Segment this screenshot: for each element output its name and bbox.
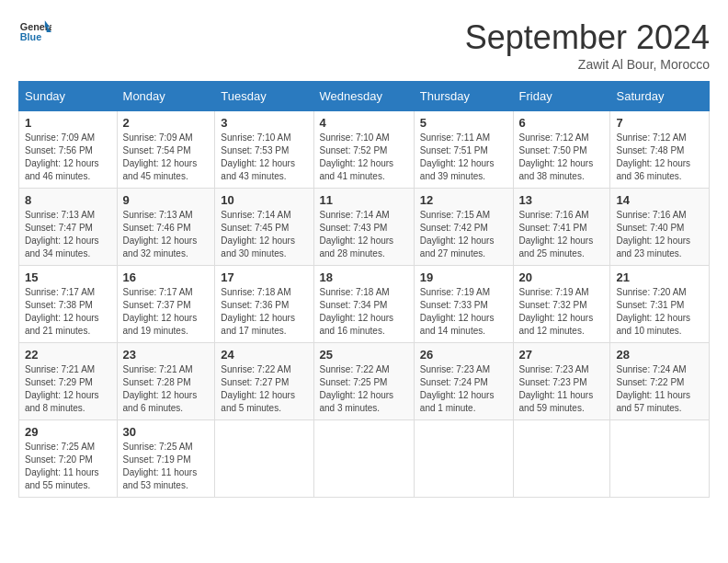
day-number: 14 — [616, 193, 703, 207]
day-number: 11 — [320, 193, 408, 207]
day-cell-6: 6 Sunrise: 7:12 AM Sunset: 7:50 PM Dayli… — [513, 111, 610, 189]
day-number: 18 — [320, 270, 408, 284]
day-cell-24: 24 Sunrise: 7:22 AM Sunset: 7:27 PM Dayl… — [215, 343, 313, 420]
day-number: 7 — [616, 116, 703, 130]
day-cell-26: 26 Sunrise: 7:23 AM Sunset: 7:24 PM Dayl… — [414, 343, 513, 420]
week-row-5: 29 Sunrise: 7:25 AM Sunset: 7:20 PM Dayl… — [19, 420, 710, 498]
day-cell-15: 15 Sunrise: 7:17 AM Sunset: 7:38 PM Dayl… — [19, 266, 118, 343]
day-info: Sunrise: 7:20 AM Sunset: 7:31 PM Dayligh… — [616, 286, 703, 338]
day-cell-14: 14 Sunrise: 7:16 AM Sunset: 7:40 PM Dayl… — [610, 189, 710, 266]
day-cell-10: 10 Sunrise: 7:14 AM Sunset: 7:45 PM Dayl… — [215, 189, 313, 266]
page-header: General Blue September 2024 Zawit Al Bou… — [18, 18, 710, 72]
day-info: Sunrise: 7:23 AM Sunset: 7:23 PM Dayligh… — [519, 363, 605, 415]
header-saturday: Saturday — [610, 82, 710, 111]
week-row-2: 8 Sunrise: 7:13 AM Sunset: 7:47 PM Dayli… — [19, 189, 710, 266]
week-row-3: 15 Sunrise: 7:17 AM Sunset: 7:38 PM Dayl… — [19, 266, 710, 343]
weekday-header-row: Sunday Monday Tuesday Wednesday Thursday… — [19, 82, 710, 111]
logo-icon: General Blue — [18, 18, 51, 44]
day-info: Sunrise: 7:13 AM Sunset: 7:46 PM Dayligh… — [123, 209, 210, 260]
week-row-4: 22 Sunrise: 7:21 AM Sunset: 7:29 PM Dayl… — [19, 343, 710, 420]
day-cell-7: 7 Sunrise: 7:12 AM Sunset: 7:48 PM Dayli… — [610, 111, 710, 189]
day-number: 28 — [616, 348, 703, 362]
day-number: 29 — [25, 425, 111, 439]
day-info: Sunrise: 7:10 AM Sunset: 7:52 PM Dayligh… — [320, 132, 408, 183]
day-cell-17: 17 Sunrise: 7:18 AM Sunset: 7:36 PM Dayl… — [215, 266, 313, 343]
day-number: 19 — [420, 270, 507, 284]
day-number: 8 — [25, 193, 111, 207]
day-number: 10 — [221, 193, 307, 207]
day-number: 16 — [123, 270, 210, 284]
calendar-table: Sunday Monday Tuesday Wednesday Thursday… — [18, 81, 710, 498]
day-info: Sunrise: 7:09 AM Sunset: 7:54 PM Dayligh… — [123, 132, 210, 183]
day-number: 25 — [320, 348, 408, 362]
day-number: 24 — [221, 348, 307, 362]
day-cell-21: 21 Sunrise: 7:20 AM Sunset: 7:31 PM Dayl… — [610, 266, 710, 343]
svg-text:Blue: Blue — [20, 31, 41, 42]
header-thursday: Thursday — [414, 82, 513, 111]
day-number: 2 — [123, 116, 210, 130]
day-number: 9 — [123, 193, 210, 207]
day-info: Sunrise: 7:23 AM Sunset: 7:24 PM Dayligh… — [420, 363, 507, 415]
day-cell-30: 30 Sunrise: 7:25 AM Sunset: 7:19 PM Dayl… — [117, 420, 215, 498]
header-sunday: Sunday — [19, 82, 118, 111]
empty-cell — [313, 420, 414, 498]
day-number: 6 — [519, 116, 605, 130]
day-cell-2: 2 Sunrise: 7:09 AM Sunset: 7:54 PM Dayli… — [117, 111, 215, 189]
title-section: September 2024 Zawit Al Bour, Morocco — [465, 18, 710, 72]
day-info: Sunrise: 7:25 AM Sunset: 7:20 PM Dayligh… — [25, 441, 111, 492]
day-info: Sunrise: 7:18 AM Sunset: 7:34 PM Dayligh… — [320, 286, 408, 338]
header-wednesday: Wednesday — [313, 82, 414, 111]
day-info: Sunrise: 7:16 AM Sunset: 7:41 PM Dayligh… — [519, 209, 605, 260]
day-info: Sunrise: 7:19 AM Sunset: 7:33 PM Dayligh… — [420, 286, 507, 338]
location: Zawit Al Bour, Morocco — [465, 57, 710, 72]
day-cell-22: 22 Sunrise: 7:21 AM Sunset: 7:29 PM Dayl… — [19, 343, 118, 420]
day-cell-27: 27 Sunrise: 7:23 AM Sunset: 7:23 PM Dayl… — [513, 343, 610, 420]
day-info: Sunrise: 7:24 AM Sunset: 7:22 PM Dayligh… — [616, 363, 703, 415]
day-info: Sunrise: 7:25 AM Sunset: 7:19 PM Dayligh… — [123, 441, 210, 492]
day-number: 30 — [123, 425, 210, 439]
day-number: 27 — [519, 348, 605, 362]
day-info: Sunrise: 7:10 AM Sunset: 7:53 PM Dayligh… — [221, 132, 307, 183]
day-cell-20: 20 Sunrise: 7:19 AM Sunset: 7:32 PM Dayl… — [513, 266, 610, 343]
day-cell-9: 9 Sunrise: 7:13 AM Sunset: 7:46 PM Dayli… — [117, 189, 215, 266]
day-info: Sunrise: 7:13 AM Sunset: 7:47 PM Dayligh… — [25, 209, 111, 260]
day-info: Sunrise: 7:19 AM Sunset: 7:32 PM Dayligh… — [519, 286, 605, 338]
day-info: Sunrise: 7:12 AM Sunset: 7:50 PM Dayligh… — [519, 132, 605, 183]
day-cell-18: 18 Sunrise: 7:18 AM Sunset: 7:34 PM Dayl… — [313, 266, 414, 343]
header-monday: Monday — [117, 82, 215, 111]
logo: General Blue — [18, 18, 51, 44]
day-info: Sunrise: 7:22 AM Sunset: 7:27 PM Dayligh… — [221, 363, 307, 415]
day-info: Sunrise: 7:11 AM Sunset: 7:51 PM Dayligh… — [420, 132, 507, 183]
empty-cell — [215, 420, 313, 498]
day-number: 22 — [25, 348, 111, 362]
day-info: Sunrise: 7:17 AM Sunset: 7:38 PM Dayligh… — [25, 286, 111, 338]
day-info: Sunrise: 7:21 AM Sunset: 7:29 PM Dayligh… — [25, 363, 111, 415]
day-number: 17 — [221, 270, 307, 284]
day-info: Sunrise: 7:14 AM Sunset: 7:43 PM Dayligh… — [320, 209, 408, 260]
day-number: 20 — [519, 270, 605, 284]
day-number: 26 — [420, 348, 507, 362]
day-number: 13 — [519, 193, 605, 207]
day-cell-12: 12 Sunrise: 7:15 AM Sunset: 7:42 PM Dayl… — [414, 189, 513, 266]
empty-cell — [610, 420, 710, 498]
day-info: Sunrise: 7:18 AM Sunset: 7:36 PM Dayligh… — [221, 286, 307, 338]
day-info: Sunrise: 7:15 AM Sunset: 7:42 PM Dayligh… — [420, 209, 507, 260]
day-cell-23: 23 Sunrise: 7:21 AM Sunset: 7:28 PM Dayl… — [117, 343, 215, 420]
day-number: 12 — [420, 193, 507, 207]
day-number: 5 — [420, 116, 507, 130]
day-info: Sunrise: 7:17 AM Sunset: 7:37 PM Dayligh… — [123, 286, 210, 338]
day-number: 3 — [221, 116, 307, 130]
day-info: Sunrise: 7:16 AM Sunset: 7:40 PM Dayligh… — [616, 209, 703, 260]
day-info: Sunrise: 7:14 AM Sunset: 7:45 PM Dayligh… — [221, 209, 307, 260]
week-row-1: 1 Sunrise: 7:09 AM Sunset: 7:56 PM Dayli… — [19, 111, 710, 189]
day-cell-11: 11 Sunrise: 7:14 AM Sunset: 7:43 PM Dayl… — [313, 189, 414, 266]
empty-cell — [414, 420, 513, 498]
day-info: Sunrise: 7:12 AM Sunset: 7:48 PM Dayligh… — [616, 132, 703, 183]
day-number: 21 — [616, 270, 703, 284]
day-info: Sunrise: 7:09 AM Sunset: 7:56 PM Dayligh… — [25, 132, 111, 183]
day-number: 1 — [25, 116, 111, 130]
day-cell-8: 8 Sunrise: 7:13 AM Sunset: 7:47 PM Dayli… — [19, 189, 118, 266]
day-info: Sunrise: 7:21 AM Sunset: 7:28 PM Dayligh… — [123, 363, 210, 415]
day-cell-28: 28 Sunrise: 7:24 AM Sunset: 7:22 PM Dayl… — [610, 343, 710, 420]
day-cell-25: 25 Sunrise: 7:22 AM Sunset: 7:25 PM Dayl… — [313, 343, 414, 420]
